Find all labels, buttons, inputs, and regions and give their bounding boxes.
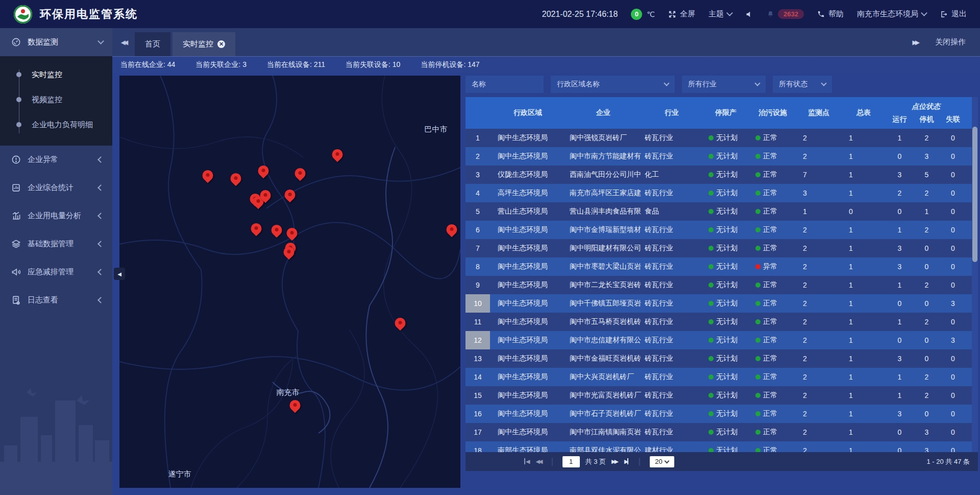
scrollbar-thumb[interactable] [972,127,977,262]
sidebar-item-基础数据管理[interactable]: 基础数据管理 [0,230,112,258]
map-city-label-南充市: 南充市 [277,388,300,397]
cell-lost: 0 [940,281,966,289]
table-row[interactable]: 1阆中生态环境局阆中强锐页岩砖厂砖瓦行业无计划正常21120 [465,129,972,147]
map-pin[interactable] [295,166,306,181]
fullscreen-button[interactable]: 全屏 [668,9,695,19]
col-company: 企业 [566,97,641,129]
cell-region: 阆中生态环境局 [490,280,566,290]
sidebar-item-日志查看[interactable]: 日志查看 [0,286,112,314]
theme-menu-button[interactable]: 主题 [708,9,732,19]
status-dot-green [755,411,761,416]
tab-首页[interactable]: 首页 [135,32,170,56]
table-row[interactable]: 9阆中生态环境局阆中市二龙长宝页岩砖砖瓦行业无计划正常21120 [465,276,972,294]
map-pin[interactable] [447,222,457,237]
company-name-input[interactable]: 名称 [465,76,544,93]
col-industry: 行业 [641,97,702,129]
table-row[interactable]: 16阆中生态环境局阆中市石子页岩机砖厂砖瓦行业无计划正常21300 [465,405,972,423]
sidebar-item-应急减排管理[interactable]: 应急减排管理 [0,258,112,286]
cell-company: 西南油气田分公司川中 [566,170,641,179]
map-pin[interactable] [332,147,343,162]
sidebar-item-企业综合统计[interactable]: 企业综合统计 [0,174,112,202]
map-pin[interactable] [290,398,301,413]
sidebar-subitem-企业电力负荷明细[interactable]: 企业电力负荷明细 [0,112,112,137]
sidebar-item-企业异常[interactable]: 企业异常 [0,146,112,174]
cell-industry: 砖瓦行业 [641,152,702,161]
org-menu-button[interactable]: 南充市生态环境局 [857,9,926,19]
map-city-label-遂宁市: 遂宁市 [168,469,191,479]
cell-meters: 1 [841,355,886,363]
table-row[interactable]: 12阆中生态环境局阆中市忠信建材有限公砖瓦行业无计划正常21003 [465,331,972,349]
last-page-button[interactable]: ▶ [624,458,630,465]
sidebar-subitem-label: 企业电力负荷明细 [32,120,93,130]
tab-实时监控[interactable]: 实时监控✕ [173,32,235,56]
table-row[interactable]: 4高坪生态环境局南充市高坪区王家店建砖瓦行业无计划正常31220 [465,184,972,202]
tabs-scroll-left-button[interactable]: ◀◀ [112,39,135,46]
sidebar-item-数据监测[interactable]: 数据监测 [0,28,112,56]
table-row[interactable]: 6阆中生态环境局阆中市金博瑞新型墙材砖瓦行业无计划正常21120 [465,221,972,239]
map-pin[interactable] [203,168,213,183]
map-pin[interactable] [287,226,298,241]
table-row[interactable]: 17阆中生态环境局阆中市江南镇阆南页岩砖瓦行业无计划正常21030 [465,423,972,441]
notifications-button[interactable]: 2632 [767,9,804,19]
cell-points: 2 [796,336,841,344]
map-pin[interactable] [285,187,296,202]
map-pin[interactable] [395,316,406,331]
table-row[interactable]: 11阆中生态环境局阆中市五马桥页岩机砖砖瓦行业无计划正常21120 [465,313,972,331]
sidebar-subitem-实时监控[interactable]: 实时监控 [0,62,112,87]
table-row[interactable]: 7阆中生态环境局阆中明阳建材有限公司砖瓦行业无计划正常21300 [465,239,972,257]
filter-bar: 名称 行政区域名称 所有行业 所有状态 [465,76,978,93]
close-operations-button[interactable]: 关闭操作 [935,37,966,47]
table-row[interactable]: 15阆中生态环境局阆中市光富页岩机砖厂砖瓦行业无计划正常21120 [465,386,972,405]
logout-button[interactable]: 退出 [940,9,967,19]
map-pin[interactable] [258,163,269,178]
cell-facility: 正常 [749,280,796,290]
tabs-scroll-right-button[interactable]: ▶▶ [913,39,920,46]
status-select[interactable]: 所有状态 [773,76,832,93]
cell-limit: 无计划 [702,317,749,326]
table-row[interactable]: 5营山生态环境局营山县润丰肉食品有限食品无计划正常10010 [465,202,972,221]
table-row[interactable]: 2阆中生态环境局阆中市南方节能建材有砖瓦行业无计划正常21030 [465,147,972,166]
cell-lost: 0 [940,391,966,399]
cell-points: 2 [796,391,841,399]
map-pin[interactable] [272,223,282,238]
table-row[interactable]: 13阆中生态环境局阆中市金福旺页岩机砖砖瓦行业无计划正常21300 [465,349,972,368]
table-row[interactable]: 8阆中生态环境局阆中市枣碧大梁山页岩砖瓦行业无计划异常21300 [465,257,972,276]
page-number-input[interactable]: 1 [562,456,580,467]
cell-no: 14 [465,368,490,386]
map-pin[interactable] [260,188,271,203]
industry-select[interactable]: 所有行业 [682,76,766,93]
tab-close-icon[interactable]: ✕ [217,40,225,48]
mute-button[interactable] [745,10,753,18]
cell-facility: 异常 [749,262,796,271]
cell-meters: 1 [841,263,886,271]
page-size-select[interactable]: 20 [650,456,674,467]
chevron-left-icon [97,241,104,247]
col-point-status: 点位状态 [886,102,966,111]
status-dot-green [708,338,714,343]
stat-当前停机设备: 当前停机设备: 147 [421,60,479,69]
next-page-button[interactable]: ▶▶ [611,458,619,465]
prev-page-button[interactable]: ◀◀ [535,458,543,465]
cell-region: 营山生态环境局 [490,207,566,216]
cell-points: 3 [796,189,841,197]
map-pin[interactable] [231,171,241,186]
cell-limit: 无计划 [702,372,749,382]
cell-points: 2 [796,299,841,308]
cell-industry: 砖瓦行业 [641,354,702,363]
table-row[interactable]: 3仪陇生态环境局西南油气田分公司川中化工无计划正常71350 [465,166,972,184]
sidebar-subitem-视频监控[interactable]: 视频监控 [0,87,112,112]
map-pin[interactable] [284,245,295,260]
map-view[interactable]: 巴中市南充市遂宁市 [119,76,460,488]
region-select[interactable]: 行政区域名称 [551,76,675,93]
cell-run: 1 [886,318,913,326]
map-collapse-handle[interactable]: ◀ [114,268,125,280]
status-dot-green [708,319,714,324]
map-pin[interactable] [251,221,262,236]
cell-company: 阆中市石子页岩机砖厂 [566,409,641,418]
help-button[interactable]: 帮助 [817,9,844,19]
cell-region: 仪陇生态环境局 [490,170,566,179]
table-row[interactable]: 14阆中生态环境局阆中大兴页岩机砖厂砖瓦行业无计划正常21120 [465,368,972,386]
first-page-button[interactable]: ◀ [524,458,530,465]
sidebar-item-企业用电量分析[interactable]: 企业用电量分析 [0,202,112,230]
table-row[interactable]: 10阆中生态环境局阆中千佛镇五郎垭页岩砖瓦行业无计划正常21003 [465,294,972,313]
